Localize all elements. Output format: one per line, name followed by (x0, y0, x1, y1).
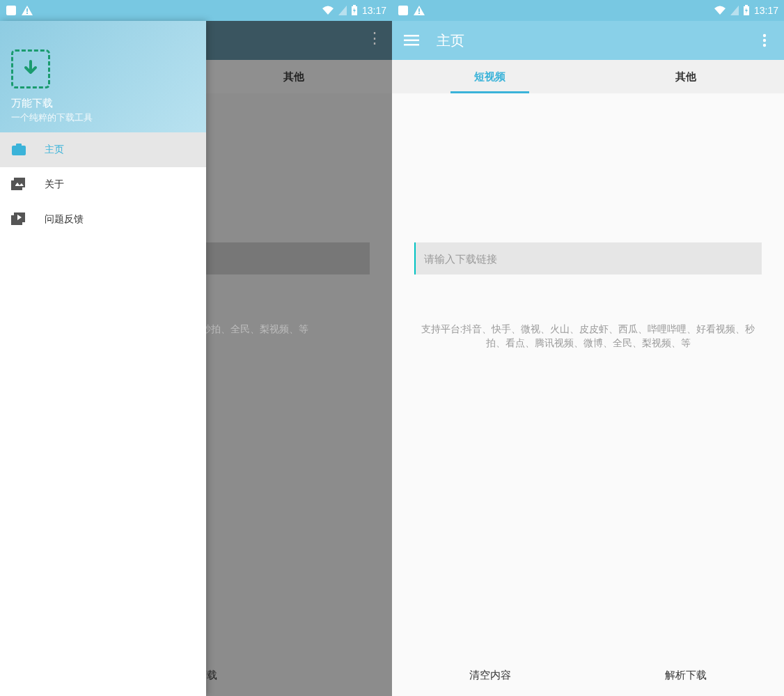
svg-rect-0 (6, 6, 16, 15)
parse-download-button[interactable]: 解析下载 (588, 654, 785, 696)
svg-rect-1 (26, 8, 28, 12)
svg-point-21 (763, 39, 766, 42)
svg-rect-4 (353, 5, 356, 6)
wifi-icon (714, 6, 726, 15)
overflow-menu-button[interactable] (753, 29, 776, 52)
nav-drawer: 万能下载 一个纯粹的下载工具 主页 关于 问题反馈 (0, 21, 206, 696)
drawer-app-subtitle: 一个纯粹的下载工具 (11, 111, 195, 124)
drawer-item-home[interactable]: 主页 (0, 132, 206, 167)
camera-icon (11, 142, 26, 157)
tab-other[interactable]: 其他 (588, 60, 785, 93)
screen-left-drawer-open: 13:17 ⋮ 其他 、西瓜、哔哩哔哩、好看视频、秒拍、全民、梨视频、等 解析下… (0, 0, 392, 696)
clear-button[interactable]: 清空内容 (392, 654, 588, 696)
drawer-header: 万能下载 一个纯粹的下载工具 (0, 21, 206, 132)
overflow-icon (762, 33, 767, 47)
hamburger-menu-button[interactable] (400, 29, 423, 52)
hamburger-icon (404, 35, 419, 46)
tabs: 短视频 其他 (392, 60, 784, 93)
drawer-item-label: 主页 (45, 144, 64, 156)
svg-rect-12 (398, 6, 408, 15)
tab-other-behind[interactable]: 其他 (196, 70, 393, 84)
svg-point-22 (763, 44, 766, 47)
status-left (398, 5, 425, 16)
status-bar: 13:17 (392, 0, 784, 21)
warning-icon (21, 5, 33, 16)
square-icon (398, 5, 409, 16)
download-arrow-icon (20, 59, 41, 79)
svg-point-7 (16, 148, 22, 153)
svg-rect-19 (404, 44, 419, 46)
drawer-item-label: 关于 (45, 178, 64, 191)
battery-icon (743, 5, 750, 16)
svg-rect-17 (404, 35, 419, 37)
overflow-icon[interactable]: ⋮ (367, 29, 382, 47)
status-time: 13:17 (362, 5, 386, 16)
page-title: 主页 (437, 31, 753, 50)
supported-platforms-text: 支持平台:抖音、快手、微视、火山、皮皮虾、西瓜、哔哩哔哩、好看视频、秒拍、看点、… (411, 322, 765, 350)
svg-point-20 (763, 34, 766, 37)
signal-icon (730, 6, 739, 15)
tab-short-video[interactable]: 短视频 (392, 60, 588, 93)
drawer-item-feedback[interactable]: 问题反馈 (0, 202, 206, 237)
app-bar: 主页 (392, 21, 784, 60)
svg-rect-16 (745, 5, 748, 6)
screen-right-main: 13:17 主页 短视频 其他 支持平台:抖音、快手、微视、火山、皮皮虾、西瓜、… (392, 0, 784, 696)
drawer-item-about[interactable]: 关于 (0, 167, 206, 202)
status-bar: 13:17 (0, 0, 392, 21)
status-left (6, 5, 33, 16)
main-content: 支持平台:抖音、快手、微视、火山、皮皮虾、西瓜、哔哩哔哩、好看视频、秒拍、看点、… (392, 93, 784, 654)
svg-rect-6 (16, 144, 22, 146)
svg-rect-2 (26, 13, 28, 14)
video-library-icon (11, 212, 26, 227)
status-time: 13:17 (754, 5, 778, 16)
image-icon (11, 177, 26, 192)
status-right: 13:17 (322, 5, 386, 16)
svg-rect-18 (404, 40, 419, 42)
footer: 清空内容 解析下载 (392, 654, 784, 696)
warning-icon (413, 5, 425, 16)
wifi-icon (322, 6, 334, 15)
battery-icon (351, 5, 358, 16)
drawer-item-label: 问题反馈 (45, 213, 84, 226)
status-right: 13:17 (714, 5, 778, 16)
svg-rect-14 (418, 13, 420, 14)
square-icon (6, 5, 17, 16)
svg-rect-13 (418, 8, 420, 12)
download-url-input[interactable] (414, 242, 762, 274)
signal-icon (338, 6, 347, 15)
drawer-app-name: 万能下载 (11, 97, 195, 110)
app-logo (11, 49, 50, 88)
